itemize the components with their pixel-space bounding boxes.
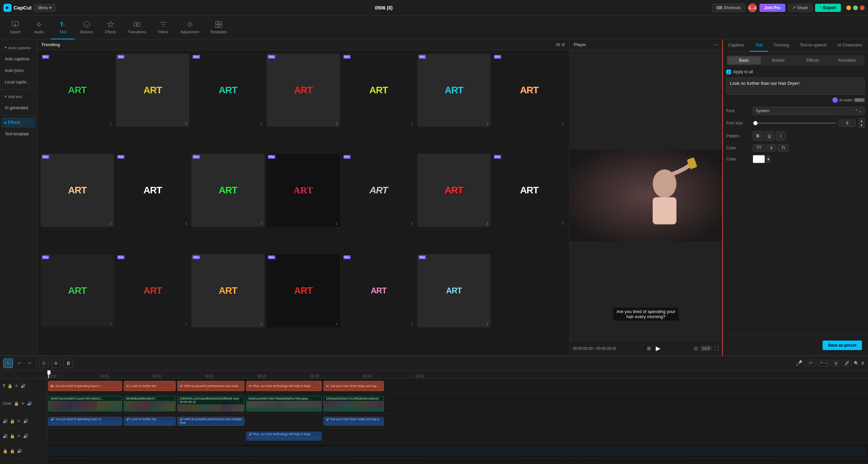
font-size-slider[interactable] xyxy=(753,122,836,124)
shortcuts-button[interactable]: ⌨ Shortcuts xyxy=(712,4,745,12)
art-item-16[interactable]: Pro ART ↓ xyxy=(191,254,264,327)
art-item-10[interactable]: Pro ART ↓ xyxy=(267,154,340,227)
add-text-section[interactable]: ▾ Add text xyxy=(1,92,36,101)
text-seg-4[interactable]: A⃞ Get your Hair Dryer today and say ... xyxy=(323,381,384,391)
audio1-seg-2[interactable]: 🔊 With its powerful performance and mult… xyxy=(177,417,244,426)
tab-text[interactable]: Text xyxy=(750,39,768,52)
audio1-seg-0[interactable]: 🔊 Are you tired of spending hours st xyxy=(48,417,122,426)
art-item-19[interactable]: Pro ART ↓ xyxy=(417,254,491,327)
bold-button[interactable]: B xyxy=(753,131,763,141)
audio2-audio-icon[interactable]: 🔊 xyxy=(23,434,28,439)
sidebar-item-auto-captions[interactable]: Auto captions xyxy=(1,54,36,64)
panel-tab-bubble[interactable]: Bubble xyxy=(762,56,795,64)
tool-text[interactable]: TI Text xyxy=(51,16,75,39)
menu-button[interactable]: Menu ▾ xyxy=(34,4,55,12)
audio1-seg-3[interactable]: 🔊 Get your Hair Dryer today and say g xyxy=(323,417,384,426)
undo-button[interactable]: ↩ xyxy=(16,360,23,367)
tab-tracking[interactable]: Tracking xyxy=(768,39,794,52)
text-seg-1[interactable]: A⃞ Look no further tha xyxy=(124,381,176,391)
color-dropdown-button[interactable]: ▾ xyxy=(766,156,771,163)
tool-templates[interactable]: Templates xyxy=(205,16,233,39)
audio3-lock-icon[interactable]: 🔒 xyxy=(10,449,15,453)
tool-stickers[interactable]: Stickers xyxy=(75,16,99,39)
fullscreen-icon[interactable]: ⊡ xyxy=(694,346,698,351)
mic-button[interactable]: 🎤 xyxy=(796,360,803,366)
sidebar-item-auto-lyrics[interactable]: Auto lyrics xyxy=(1,65,36,76)
join-pro-button[interactable]: Join Pro xyxy=(760,4,785,12)
tool-audio[interactable]: Audio xyxy=(27,16,51,39)
trim-tool-button[interactable] xyxy=(51,359,61,368)
tool-effects[interactable]: Effects xyxy=(99,16,122,39)
video-seg-1[interactable]: dfcd08b4a88bc88c97... xyxy=(124,396,176,411)
timeline-settings-icon[interactable]: ⚙ xyxy=(861,361,865,366)
art-item-14[interactable]: Pro ART ↓ xyxy=(41,254,114,327)
art-item-18[interactable]: Pro ART ↓ xyxy=(342,254,415,327)
redo-button[interactable]: ↪ xyxy=(26,360,33,367)
maximize-button[interactable] xyxy=(853,5,858,10)
art-item-5[interactable]: Pro ART ↓ xyxy=(417,54,491,127)
split-join-button[interactable]: ⊣⊢ xyxy=(805,360,816,366)
unlink-button[interactable]: ⛓‍💥 xyxy=(842,360,852,366)
audio1-lock-icon[interactable]: 🔒 xyxy=(10,419,15,424)
tab-text-to-speech[interactable]: Text-to-speech xyxy=(794,39,832,52)
titlecase-button[interactable]: Tt xyxy=(777,144,789,152)
grid-icon[interactable]: ⊞ xyxy=(647,346,651,351)
color-swatch[interactable] xyxy=(753,155,765,163)
audio2-lock-icon[interactable]: 🔒 xyxy=(10,434,15,439)
text-track-eye-icon[interactable]: 👁 xyxy=(15,384,19,388)
art-item-17[interactable]: Pro ART ↓ xyxy=(267,254,340,327)
tool-adjustment[interactable]: Adjustment xyxy=(175,16,205,39)
expand-icon[interactable]: ⛶ xyxy=(714,346,719,351)
tool-transitions[interactable]: Transitions xyxy=(122,16,151,39)
art-item-9[interactable]: Pro ART ↓ xyxy=(191,154,264,227)
video-seg-0[interactable]: 500971bc02cbb071ca347397c8eb31... xyxy=(48,396,122,411)
ratio-badge[interactable]: 16:9 xyxy=(701,346,712,351)
audio2-eye-icon[interactable]: 👁 xyxy=(17,434,21,439)
font-size-input[interactable]: 6 xyxy=(839,119,856,127)
user-avatar[interactable]: C...5 xyxy=(748,3,757,12)
tool-import[interactable]: Import xyxy=(3,16,27,39)
panel-tab-basic[interactable]: Basic xyxy=(727,56,761,64)
art-item-15[interactable]: Pro ART ↓ xyxy=(116,254,189,327)
video-seg-2[interactable]: 23b945f11c9316a4db083229259fbeb8.mp4 00:… xyxy=(177,396,244,411)
art-item-0[interactable]: Pro ART ↓ xyxy=(41,54,114,127)
video-seg-4[interactable]: 10945a91b294273128f5ab300ce8dc42 xyxy=(323,396,384,411)
export-button[interactable]: ↑ Export xyxy=(815,4,841,12)
cursor-tool-button[interactable]: ↖ xyxy=(3,359,13,368)
text-seg-2[interactable]: A⃞ With its powerful performance and mul… xyxy=(177,381,244,391)
sidebar-item-text-template[interactable]: Text template xyxy=(1,129,36,139)
art-item-1[interactable]: Pro ART ↓ xyxy=(116,54,189,127)
text-track-lock-icon[interactable]: 🔒 xyxy=(7,384,13,388)
audio1-eye-icon[interactable]: 👁 xyxy=(17,419,21,424)
audio1-audio-icon[interactable]: 🔊 xyxy=(23,419,28,424)
video-track-eye-icon[interactable]: 👁 xyxy=(21,401,25,406)
close-button[interactable] xyxy=(860,5,865,10)
player-menu-icon[interactable]: ⋯ xyxy=(714,42,718,47)
panel-tab-effects[interactable]: Effects xyxy=(796,56,829,64)
tool-filters[interactable]: Filters xyxy=(152,16,175,39)
italic-button[interactable]: I xyxy=(776,131,786,141)
tab-captions[interactable]: Captions xyxy=(723,39,750,52)
share-button[interactable]: ↗ Share xyxy=(788,4,812,12)
sidebar-item-effects[interactable]: ▸ Effects xyxy=(1,117,36,128)
audio3-audio-icon[interactable]: 🔊 xyxy=(17,449,22,453)
apply-all-checkbox[interactable]: ✓ xyxy=(726,70,731,74)
art-item-11[interactable]: Pro ART ↓ xyxy=(342,154,415,227)
text-seg-0[interactable]: A⃞ Are you tired of spending hours s xyxy=(48,381,122,391)
art-item-13[interactable]: Pro ART ↓ xyxy=(493,154,566,227)
ai-writer-button[interactable]: AI writer BETA xyxy=(726,97,865,103)
auto-captions-section[interactable]: ▾ Auto captions xyxy=(1,43,36,53)
sidebar-item-local-captions[interactable]: Local captio... xyxy=(1,77,36,87)
art-item-3[interactable]: Pro ART ↓ xyxy=(267,54,340,127)
video-track-lock-icon[interactable]: 🔒 xyxy=(14,401,19,406)
all-filter-button[interactable]: All ⚙ xyxy=(556,42,565,47)
play-button[interactable]: ▶ xyxy=(653,343,663,353)
minimize-button[interactable] xyxy=(846,5,851,10)
text-track-audio-icon[interactable]: 🔊 xyxy=(21,384,26,388)
art-item-2[interactable]: Pro ART ↓ xyxy=(191,54,264,127)
art-item-4[interactable]: Pro ART ↓ xyxy=(342,54,415,127)
split-tool-button[interactable] xyxy=(39,359,48,368)
tab-ai-characters[interactable]: AI Characters xyxy=(832,39,868,52)
audio2-seg-0[interactable]: 🔊 Plus, our ionic technology will help t… xyxy=(246,432,322,441)
art-item-12[interactable]: ART ↓ xyxy=(417,154,491,227)
